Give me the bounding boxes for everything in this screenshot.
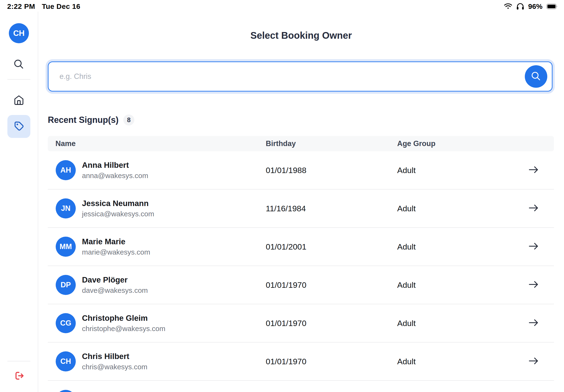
table-row[interactable]: CH Chris Hilbert chris@wakesys.com 01/01… — [48, 343, 554, 381]
arrow-right-icon — [528, 165, 539, 175]
row-age-group: Adult — [397, 280, 513, 290]
sidebar-search-button[interactable] — [7, 53, 30, 76]
row-name: Marie Marie — [82, 237, 150, 246]
search-icon — [13, 58, 25, 71]
table-row[interactable]: MM Marie Marie marie@wakesys.com 01/01/2… — [48, 228, 554, 266]
sidebar-divider-top — [7, 79, 30, 80]
row-email: dave@wakesys.com — [82, 286, 148, 295]
row-select-arrow[interactable] — [513, 242, 554, 252]
row-birthday: 01/01/1970 — [266, 280, 397, 290]
tag-icon — [13, 120, 25, 133]
logout-button[interactable] — [7, 365, 30, 388]
row-avatar: DP — [56, 275, 76, 295]
row-birthday: 01/01/1988 — [266, 166, 397, 175]
row-avatar: MM — [56, 237, 76, 257]
row-select-arrow[interactable] — [513, 280, 554, 290]
sidebar: CH — [0, 12, 38, 392]
row-birthday: 01/01/2001 — [266, 242, 397, 252]
row-select-arrow[interactable] — [513, 204, 554, 213]
headphones-icon — [516, 3, 524, 10]
row-age-group: Adult — [397, 357, 513, 366]
row-birthday: 01/01/1970 — [266, 357, 397, 366]
home-icon — [13, 94, 25, 107]
row-select-arrow[interactable] — [513, 165, 554, 175]
row-email: marie@wakesys.com — [82, 247, 150, 257]
table-row[interactable] — [48, 381, 554, 392]
row-avatar — [56, 390, 76, 392]
row-email: jessica@wakesys.com — [82, 209, 154, 218]
status-date: Tue Dec 16 — [42, 2, 80, 11]
row-email: christophe@wakesys.com — [82, 324, 165, 333]
main-content: Select Booking Owner Recent Signup(s) 8 … — [38, 12, 564, 392]
section-heading: Recent Signup(s) — [48, 115, 119, 125]
row-avatar: CG — [56, 313, 76, 333]
table-row[interactable]: JN Jessica Neumann jessica@wakesys.com 1… — [48, 190, 554, 228]
battery-percent: 96% — [528, 2, 542, 11]
column-header-age-group: Age Group — [397, 139, 513, 148]
row-age-group: Adult — [397, 204, 513, 213]
row-avatar: AH — [56, 160, 76, 180]
logout-icon — [13, 370, 25, 383]
column-header-name: Name — [48, 139, 266, 148]
table-header-row: Name Birthday Age Group — [48, 136, 554, 151]
row-name: Jessica Neumann — [82, 198, 154, 208]
signup-count-badge: 8 — [123, 114, 134, 126]
sidebar-item-home[interactable] — [7, 89, 30, 112]
row-email: chris@wakesys.com — [82, 362, 148, 371]
row-name: Anna Hilbert — [82, 160, 148, 170]
arrow-right-icon — [528, 204, 539, 213]
sidebar-divider-bottom — [7, 361, 30, 361]
page-title: Select Booking Owner — [38, 30, 564, 41]
battery-icon — [546, 4, 557, 9]
row-email: anna@wakesys.com — [82, 171, 148, 180]
arrow-right-icon — [528, 318, 539, 328]
row-birthday: 11/16/1984 — [266, 204, 397, 213]
row-name: Chris Hilbert — [82, 351, 148, 361]
row-name: Dave Plöger — [82, 275, 148, 285]
row-birthday: 01/01/1970 — [266, 319, 397, 328]
row-avatar: JN — [56, 198, 76, 218]
status-bar: 2:22 PM Tue Dec 16 96% — [0, 0, 564, 12]
table-body: AH Anna Hilbert anna@wakesys.com 01/01/1… — [48, 151, 554, 392]
search-submit-button[interactable] — [525, 65, 547, 88]
arrow-right-icon — [528, 242, 539, 252]
user-avatar[interactable]: CH — [9, 23, 29, 43]
sidebar-item-bookings-active[interactable] — [7, 115, 30, 138]
column-header-birthday: Birthday — [266, 139, 397, 148]
table-row[interactable]: DP Dave Plöger dave@wakesys.com 01/01/19… — [48, 266, 554, 304]
row-select-arrow[interactable] — [513, 318, 554, 328]
row-avatar: CH — [56, 351, 76, 371]
wifi-icon — [504, 3, 512, 10]
status-time: 2:22 PM — [7, 2, 35, 11]
arrow-right-icon — [528, 357, 539, 366]
table-row[interactable]: CG Christophe Gleim christophe@wakesys.c… — [48, 304, 554, 343]
row-age-group: Adult — [397, 166, 513, 175]
search-input[interactable] — [49, 62, 552, 91]
search-field-wrap — [48, 61, 552, 92]
row-select-arrow[interactable] — [513, 357, 554, 366]
arrow-right-icon — [528, 280, 539, 290]
search-icon — [531, 71, 542, 83]
signups-table: Name Birthday Age Group AH Anna Hilbert … — [48, 136, 554, 392]
row-age-group: Adult — [397, 242, 513, 252]
table-row[interactable]: AH Anna Hilbert anna@wakesys.com 01/01/1… — [48, 151, 554, 190]
row-name: Christophe Gleim — [82, 313, 165, 323]
row-age-group: Adult — [397, 319, 513, 328]
